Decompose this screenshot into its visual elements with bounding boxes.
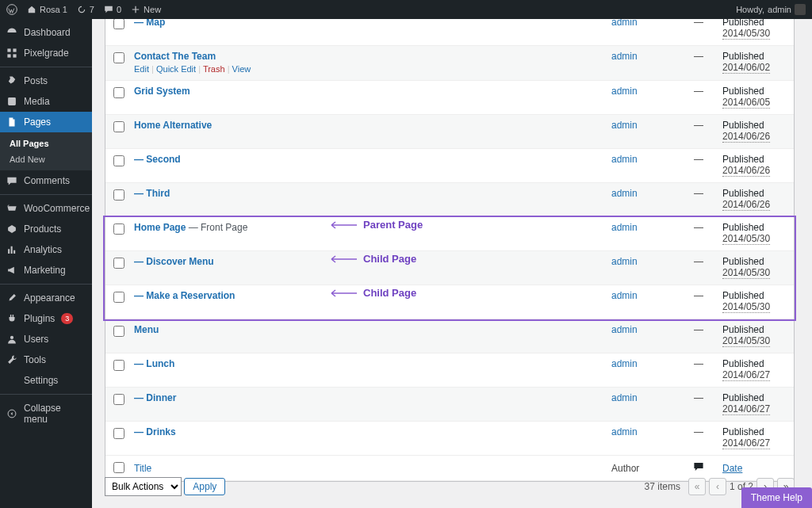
menu-separator xyxy=(0,67,92,67)
svg-rect-4 xyxy=(13,54,16,57)
adminbar-new[interactable]: New xyxy=(131,5,161,14)
sidebar-subitem-all-pages[interactable]: All Pages xyxy=(0,136,92,151)
row-checkbox[interactable] xyxy=(113,360,124,371)
comments-cell: — xyxy=(675,426,722,437)
col-date-sort[interactable]: Date xyxy=(722,463,742,474)
action-trash[interactable]: Trash xyxy=(203,64,225,74)
grid-icon xyxy=(6,48,17,59)
content-area: — Mapadmin—Published2014/05/30Contact Th… xyxy=(92,19,812,508)
page-title-link[interactable]: Contact The Team xyxy=(134,51,216,62)
author-link[interactable]: admin xyxy=(611,290,638,301)
pagination-prev[interactable]: ‹ xyxy=(709,478,726,495)
date-cell: Published2014/06/27 xyxy=(722,392,786,414)
adminbar-updates[interactable]: 7 xyxy=(77,5,94,14)
row-checkbox[interactable] xyxy=(113,121,124,132)
sidebar-item-settings[interactable]: Settings xyxy=(0,370,92,391)
page-icon xyxy=(6,116,17,128)
sidebar-item-posts[interactable]: Posts xyxy=(0,71,92,91)
sidebar-item-label: Appearance xyxy=(24,292,75,304)
sidebar-item-label: Posts xyxy=(24,75,48,86)
sidebar-item-tools[interactable]: Tools xyxy=(0,349,92,370)
sidebar-item-appearance[interactable]: Appearance xyxy=(0,288,92,308)
action-edit[interactable]: Edit xyxy=(134,64,149,74)
pagination-first[interactable]: « xyxy=(688,478,706,495)
comments-cell: — xyxy=(675,256,722,267)
bulk-actions-select[interactable]: Bulk Actions xyxy=(105,477,182,496)
date-cell: Published2014/05/30 xyxy=(722,222,786,244)
table-row: Home Page — Front Pageadmin—Published201… xyxy=(105,217,794,251)
author-link[interactable]: admin xyxy=(611,324,638,335)
page-title-link[interactable]: Home Alternative xyxy=(134,120,212,131)
sidebar-item-label: Collapse menu xyxy=(24,403,86,425)
author-link[interactable]: admin xyxy=(611,120,638,131)
svg-point-5 xyxy=(10,336,13,339)
page-title-link[interactable]: Home Page xyxy=(134,222,186,233)
author-link[interactable]: admin xyxy=(611,256,638,267)
author-link[interactable]: admin xyxy=(611,86,638,97)
page-title-link[interactable]: — Third xyxy=(134,188,170,199)
row-checkbox[interactable] xyxy=(113,52,124,63)
row-checkbox[interactable] xyxy=(113,326,124,337)
sidebar-item-products[interactable]: Products xyxy=(0,219,92,239)
author-link[interactable]: admin xyxy=(611,154,638,165)
page-title-link[interactable]: — Map xyxy=(134,19,165,28)
author-link[interactable]: admin xyxy=(611,392,638,403)
comments-cell: — xyxy=(675,324,722,335)
page-title-link[interactable]: — Make a Reservation xyxy=(134,290,235,301)
row-checkbox[interactable] xyxy=(113,223,124,235)
col-title-sort[interactable]: Title xyxy=(134,463,151,474)
admin-bar: Rosa 1 7 0 New Howdy, admin xyxy=(0,0,812,19)
row-checkbox[interactable] xyxy=(113,19,124,29)
adminbar-comments[interactable]: 0 xyxy=(104,5,121,14)
sidebar-item-label: Plugins xyxy=(24,313,55,324)
pages-table: — Mapadmin—Published2014/05/30Contact Th… xyxy=(105,19,795,482)
sidebar-item-woocommerce[interactable]: WooCommerce xyxy=(0,198,92,219)
sidebar-item-pixelgrade[interactable]: Pixelgrade xyxy=(0,43,92,63)
adminbar-howdy[interactable]: Howdy, admin xyxy=(736,4,806,15)
sidebar-item-label: Marketing xyxy=(24,265,66,276)
comments-cell: — xyxy=(675,19,722,28)
author-link[interactable]: admin xyxy=(611,19,638,28)
sidebar-item-label: Analytics xyxy=(24,244,62,255)
page-title-link[interactable]: Grid System xyxy=(134,86,190,97)
row-checkbox[interactable] xyxy=(113,189,124,201)
table-row: — Mapadmin—Published2014/05/30 xyxy=(105,19,794,46)
user-icon xyxy=(6,334,17,345)
page-title-link[interactable]: — Drinks xyxy=(134,426,176,437)
sidebar-item-pages[interactable]: Pages xyxy=(0,112,92,132)
author-link[interactable]: admin xyxy=(611,188,638,199)
page-title-link[interactable]: Menu xyxy=(134,324,159,335)
select-all-checkbox-bottom[interactable] xyxy=(113,462,124,473)
action-quickedit[interactable]: Quick Edit xyxy=(156,64,196,74)
sidebar-collapse[interactable]: Collapse menu xyxy=(0,398,92,430)
page-title-link[interactable]: — Second xyxy=(134,154,181,165)
row-checkbox[interactable] xyxy=(113,87,124,98)
theme-help-button[interactable]: Theme Help xyxy=(741,487,812,508)
author-link[interactable]: admin xyxy=(611,426,638,437)
row-checkbox[interactable] xyxy=(113,394,124,405)
row-checkbox[interactable] xyxy=(113,258,124,269)
sidebar-item-dashboard[interactable]: Dashboard xyxy=(0,22,92,43)
table-row: — Drinksadmin—Published2014/06/27 xyxy=(105,422,794,456)
page-title-link[interactable]: — Lunch xyxy=(134,358,174,369)
sidebar-item-media[interactable]: Media xyxy=(0,91,92,112)
apply-button[interactable]: Apply xyxy=(184,478,225,495)
sidebar-item-comments[interactable]: Comments xyxy=(0,170,92,191)
wp-logo-icon[interactable] xyxy=(6,4,17,15)
page-title-link[interactable]: — Discover Menu xyxy=(134,256,214,267)
sidebar-item-users[interactable]: Users xyxy=(0,329,92,349)
sidebar-item-analytics[interactable]: Analytics xyxy=(0,239,92,260)
author-link[interactable]: admin xyxy=(611,51,638,62)
action-view[interactable]: View xyxy=(232,64,251,74)
sidebar-item-marketing[interactable]: Marketing xyxy=(0,260,92,281)
sidebar-subitem-add-new[interactable]: Add New xyxy=(0,151,92,167)
author-link[interactable]: admin xyxy=(611,222,638,233)
row-checkbox[interactable] xyxy=(113,155,124,166)
author-link[interactable]: admin xyxy=(611,358,638,369)
row-checkbox[interactable] xyxy=(113,428,124,439)
date-cell: Published2014/06/27 xyxy=(722,358,786,380)
page-title-link[interactable]: — Dinner xyxy=(134,392,176,403)
adminbar-site[interactable]: Rosa 1 xyxy=(27,5,67,14)
sidebar-item-plugins[interactable]: Plugins 3 xyxy=(0,308,92,329)
row-checkbox[interactable] xyxy=(113,292,124,303)
